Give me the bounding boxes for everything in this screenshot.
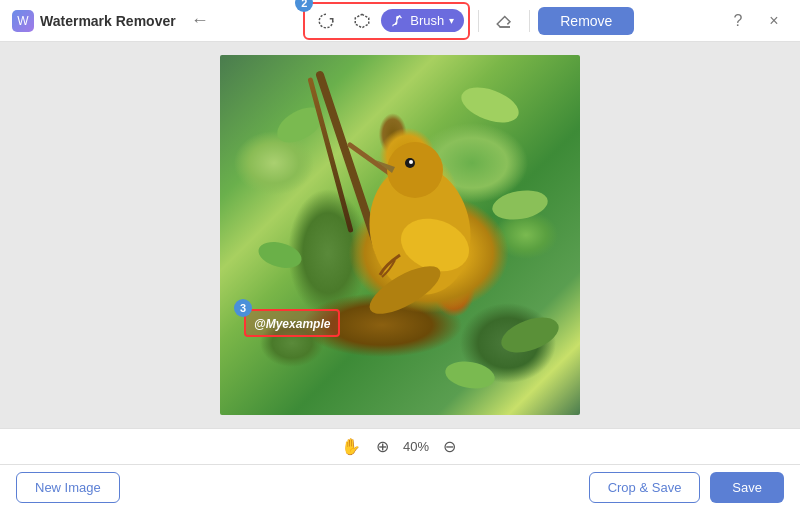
svg-point-11 — [271, 100, 328, 149]
bird-image — [220, 55, 580, 415]
canvas-area: 3 @Myexample — [0, 42, 800, 428]
close-button[interactable]: × — [760, 7, 788, 35]
app-title: Watermark Remover — [40, 13, 176, 29]
pan-tool-button[interactable]: ✋ — [339, 435, 363, 459]
eraser-button[interactable] — [487, 6, 521, 36]
back-button[interactable]: ← — [186, 7, 214, 35]
app-logo: W Watermark Remover — [12, 10, 176, 32]
brush-dropdown-icon: ▾ — [449, 15, 454, 26]
svg-point-12 — [457, 81, 524, 130]
svg-marker-0 — [356, 14, 370, 28]
polygon-lasso-button[interactable] — [345, 6, 379, 36]
polygon-lasso-icon — [353, 12, 371, 30]
footer-bar: New Image Crop & Save Save — [0, 464, 800, 510]
bird-svg-overlay — [220, 55, 580, 415]
new-image-button[interactable]: New Image — [16, 472, 120, 503]
svg-point-6 — [387, 142, 443, 198]
svg-point-8 — [363, 257, 447, 323]
toolbar-divider — [478, 10, 479, 32]
crop-save-button[interactable]: Crop & Save — [589, 472, 701, 503]
svg-line-4 — [350, 145, 420, 195]
svg-point-10 — [409, 160, 413, 164]
brush-button[interactable]: Brush ▾ — [381, 9, 464, 32]
svg-point-15 — [497, 311, 564, 360]
svg-point-14 — [256, 238, 305, 273]
eraser-icon — [495, 12, 513, 30]
zoom-bar: ✋ ⊕ 40% ⊖ — [0, 428, 800, 464]
svg-point-9 — [405, 158, 415, 168]
tools-group: 2 Brush ▾ — [303, 2, 470, 40]
brush-icon — [391, 14, 405, 28]
save-button[interactable]: Save — [710, 472, 784, 503]
title-bar: W Watermark Remover ← 2 — [0, 0, 800, 42]
help-button[interactable]: ? — [724, 7, 752, 35]
svg-line-1 — [399, 15, 401, 17]
zoom-in-icon: ⊕ — [376, 437, 389, 456]
footer-right: Crop & Save Save — [589, 472, 784, 503]
toolbar-divider2 — [529, 10, 530, 32]
watermark-selection-box: 3 @Myexample — [244, 309, 340, 337]
titlebar-right: ? × — [724, 7, 788, 35]
step3-badge: 3 — [234, 299, 252, 317]
titlebar-left: W Watermark Remover ← — [12, 7, 214, 35]
svg-point-13 — [490, 186, 550, 223]
hand-icon: ✋ — [341, 437, 361, 456]
brush-label: Brush — [410, 13, 444, 28]
zoom-in-button[interactable]: ⊕ — [371, 435, 395, 459]
zoom-out-button[interactable]: ⊖ — [437, 435, 461, 459]
svg-point-16 — [443, 358, 497, 392]
svg-point-5 — [359, 157, 480, 302]
image-container: 3 @Myexample — [220, 55, 580, 415]
lasso-icon — [317, 12, 335, 30]
remove-button[interactable]: Remove — [538, 7, 634, 35]
titlebar-center: 2 Brush ▾ — [303, 2, 634, 40]
svg-point-7 — [394, 210, 477, 281]
logo-icon: W — [12, 10, 34, 32]
zoom-percentage: 40% — [403, 439, 429, 454]
watermark-text: @Myexample — [254, 317, 330, 331]
lasso-tool-button[interactable] — [309, 6, 343, 36]
svg-line-3 — [320, 75, 380, 255]
zoom-out-icon: ⊖ — [443, 437, 456, 456]
